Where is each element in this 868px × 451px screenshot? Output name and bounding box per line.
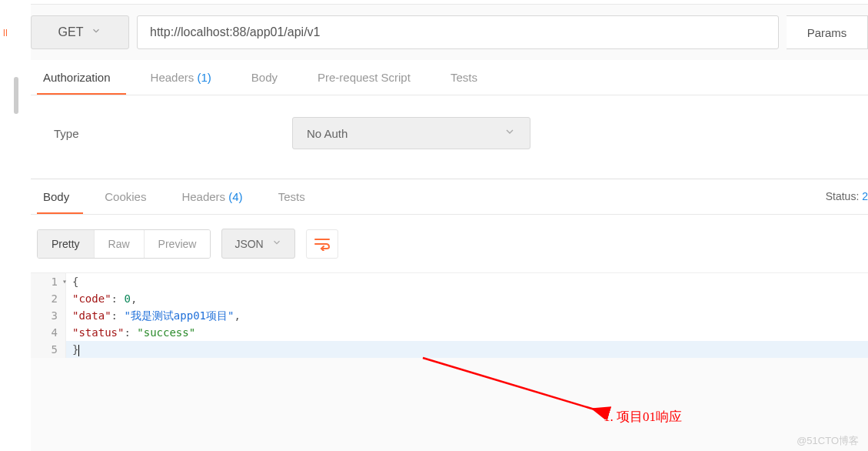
params-button[interactable]: Params [787,15,868,49]
resp-tab-cookies[interactable]: Cookies [98,179,160,214]
request-tabs: Authorization Headers (1) Body Pre-reque… [31,60,868,95]
sidebar-fragment: ll [0,27,11,38]
resp-tab-body[interactable]: Body [37,179,83,214]
code-line: 5} [31,341,868,358]
response-body-editor[interactable]: 1▾{2 "code": 0,3 "data": "我是测试app01项目",4… [31,272,868,358]
authorization-panel: Type No Auth [31,95,868,179]
status-area: Status: 2 [826,190,868,202]
body-toolbar: Pretty Raw Preview JSON [31,215,868,272]
http-method-label: GET [58,25,84,39]
http-method-dropdown[interactable]: GET [31,15,129,49]
auth-selected-value: No Auth [307,127,348,140]
view-preview-button[interactable]: Preview [145,230,211,258]
format-select[interactable]: JSON [221,229,294,259]
wrap-icon [314,237,331,251]
chevron-down-icon [271,237,282,250]
wrap-lines-button[interactable] [306,229,338,259]
request-bar: GET http://localhost:88/app01/api/v1 Par… [31,5,868,60]
response-tabs: Body Cookies Headers (4) Tests Status: 2 [31,179,868,215]
line-number: 5 [31,341,66,358]
code-content: "status": "success" [66,324,868,341]
scroll-thumb[interactable] [14,77,18,114]
chevron-down-icon [91,25,101,39]
annotation-text: 1. 项目01响应 [604,408,682,426]
tab-headers[interactable]: Headers (1) [145,60,227,95]
tab-headers-label: Headers [151,71,195,84]
resp-tab-headers-label: Headers [181,190,225,203]
url-value: http://localhost:88/app01/api/v1 [150,25,321,39]
chevron-down-icon [504,125,516,141]
code-line: 4 "status": "success" [31,324,868,341]
resp-tab-tests[interactable]: Tests [272,179,319,214]
code-content: "data": "我是测试app01项目", [66,307,868,324]
line-number: 2 [31,290,66,307]
code-line: 3 "data": "我是测试app01项目", [31,307,868,324]
resp-tab-headers[interactable]: Headers (4) [175,179,256,214]
line-number: 1▾ [31,273,66,290]
code-content: } [66,341,868,358]
code-content: "code": 0, [66,290,868,307]
tab-headers-count: (1) [197,71,211,84]
fold-caret-icon[interactable]: ▾ [62,273,67,290]
text-cursor [78,345,79,356]
watermark: @51CTO博客 [796,434,859,448]
status-value: 2 [862,190,868,202]
line-number: 3 [31,307,66,324]
tab-body[interactable]: Body [245,60,293,95]
code-line: 1▾{ [31,273,868,290]
format-label: JSON [234,238,263,250]
view-mode-group: Pretty Raw Preview [37,229,211,259]
tab-authorization[interactable]: Authorization [37,60,126,95]
url-input[interactable]: http://localhost:88/app01/api/v1 [137,15,779,49]
auth-type-label: Type [54,127,292,140]
view-pretty-button[interactable]: Pretty [38,230,95,258]
code-line: 2 "code": 0, [31,290,868,307]
resp-tab-headers-count: (4) [228,190,242,203]
line-number: 4 [31,324,66,341]
view-raw-button[interactable]: Raw [95,230,145,258]
code-content: { [66,273,868,290]
tab-prerequest[interactable]: Pre-request Script [311,60,426,95]
main-area: GET http://localhost:88/app01/api/v1 Par… [31,0,868,451]
tab-tests[interactable]: Tests [444,60,493,95]
status-label: Status: [826,190,860,202]
auth-type-select[interactable]: No Auth [292,117,530,149]
